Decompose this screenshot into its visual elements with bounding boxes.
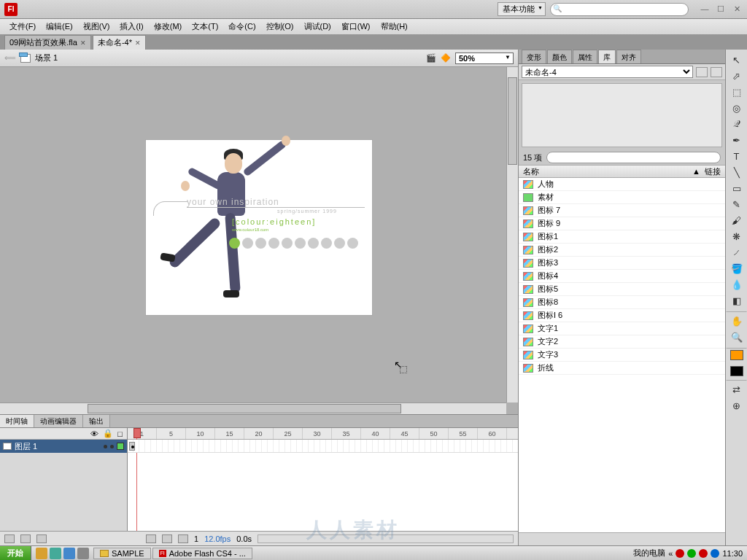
onion-skin-icon[interactable]: [146, 534, 156, 543]
pen-tool-icon[interactable]: ✒: [729, 133, 745, 147]
close-tab-icon[interactable]: ✕: [135, 39, 141, 47]
edit-symbol-icon[interactable]: 🔶: [441, 53, 451, 63]
stage[interactable]: your own inspiration spring/summer 1999 …: [0, 67, 518, 414]
line-tool-icon[interactable]: ╲: [729, 165, 745, 179]
search-input[interactable]: [550, 3, 689, 16]
doc-tab-active[interactable]: 未命名-4*✕: [93, 35, 146, 50]
list-item[interactable]: 图标4: [519, 270, 725, 283]
menu-insert[interactable]: 插入(I): [115, 20, 148, 34]
start-button[interactable]: 开始: [0, 546, 31, 560]
close-icon[interactable]: ✕: [731, 4, 743, 14]
menu-debug[interactable]: 调试(D): [299, 20, 336, 34]
sort-icon[interactable]: ▲: [692, 167, 700, 176]
frame-row[interactable]: [128, 440, 518, 453]
pencil-tool-icon[interactable]: ✎: [729, 197, 745, 211]
quicklaunch-icon[interactable]: [77, 548, 89, 559]
selection-tool-icon[interactable]: ↖: [729, 52, 745, 67]
menu-modify[interactable]: 修改(M): [149, 20, 187, 34]
menu-edit[interactable]: 编辑(E): [41, 20, 78, 34]
new-lib-icon[interactable]: [711, 67, 722, 77]
list-item[interactable]: 文字3: [519, 349, 725, 362]
eraser-tool-icon[interactable]: ◧: [729, 293, 745, 308]
lasso-tool-icon[interactable]: 𝒬: [729, 117, 745, 131]
new-folder-icon[interactable]: [20, 534, 31, 543]
menu-commands[interactable]: 命令(C): [223, 20, 260, 34]
paint-bucket-icon[interactable]: 🪣: [729, 261, 745, 276]
tray-icon[interactable]: [699, 549, 708, 558]
list-item[interactable]: 人物: [519, 178, 725, 191]
deco-tool-icon[interactable]: ❋: [729, 229, 745, 244]
menu-text[interactable]: 文本(T): [187, 20, 223, 34]
lock-icon[interactable]: 🔒: [103, 429, 113, 438]
list-item[interactable]: 图标1: [519, 230, 725, 244]
edit-multi-icon[interactable]: [178, 534, 188, 543]
library-doc-select[interactable]: 未命名-4: [522, 66, 693, 78]
brush-tool-icon[interactable]: 🖌: [729, 213, 745, 228]
task-button[interactable]: FlAdobe Flash CS4 - ...: [152, 548, 252, 559]
menu-help[interactable]: 帮助(H): [376, 20, 413, 34]
tab-properties[interactable]: 属性: [573, 50, 597, 63]
list-item[interactable]: 图标5: [519, 283, 725, 296]
tray-icon[interactable]: [711, 549, 719, 558]
quicklaunch-icon[interactable]: [63, 548, 75, 559]
subselect-tool-icon[interactable]: ⬀: [729, 69, 745, 83]
tab-timeline[interactable]: 时间轴: [0, 415, 34, 427]
quicklaunch-icon[interactable]: [36, 548, 47, 559]
tab-transform[interactable]: 变形: [522, 50, 546, 63]
snap-icon[interactable]: ⊕: [729, 398, 745, 413]
my-computer-label[interactable]: 我的电脑: [633, 548, 665, 559]
pin-icon[interactable]: [696, 67, 708, 77]
list-item[interactable]: 图标I 6: [519, 309, 725, 322]
eyedropper-icon[interactable]: 💧: [729, 277, 745, 292]
onion-outline-icon[interactable]: [162, 534, 172, 543]
text-tool-icon[interactable]: T: [729, 149, 745, 163]
eye-icon[interactable]: 👁: [90, 429, 98, 438]
tab-align[interactable]: 对齐: [616, 50, 641, 63]
list-item[interactable]: 图标 7: [519, 204, 725, 217]
keyframe-icon[interactable]: [129, 442, 135, 451]
doc-tab[interactable]: 09网站首页效果.fla✕: [4, 35, 91, 50]
list-item[interactable]: 文字2: [519, 335, 725, 349]
new-layer-icon[interactable]: [4, 534, 15, 543]
tab-motion-editor[interactable]: 动画编辑器: [34, 415, 83, 427]
menu-window[interactable]: 窗口(W): [336, 20, 376, 34]
frame-pane[interactable]: 151015202530354045505560: [128, 428, 518, 531]
workspace-dropdown[interactable]: 基本功能: [498, 2, 546, 16]
library-search-input[interactable]: [546, 152, 721, 163]
col-name[interactable]: 名称: [523, 166, 692, 177]
minimize-icon[interactable]: —: [699, 4, 711, 14]
list-item[interactable]: 图标 9: [519, 217, 725, 230]
tab-library[interactable]: 库: [598, 50, 616, 63]
list-item[interactable]: 素材: [519, 191, 725, 204]
rectangle-tool-icon[interactable]: ▭: [729, 181, 745, 195]
scrollbar-horizontal[interactable]: [0, 402, 506, 414]
bone-tool-icon[interactable]: ⟋: [729, 245, 745, 260]
tab-color[interactable]: 颜色: [547, 50, 572, 63]
close-tab-icon[interactable]: ✕: [80, 39, 86, 47]
list-item[interactable]: 文字1: [519, 322, 725, 335]
menu-file[interactable]: 文件(F): [4, 20, 41, 34]
zoom-dropdown[interactable]: 50%: [455, 52, 514, 64]
stroke-color-swatch[interactable]: [730, 350, 743, 360]
menu-control[interactable]: 控制(O): [261, 20, 299, 34]
maximize-icon[interactable]: ☐: [715, 4, 727, 14]
task-button[interactable]: SAMPLE: [93, 548, 151, 559]
list-item[interactable]: 图标3: [519, 257, 725, 270]
layer-row[interactable]: 图层 1: [0, 440, 127, 453]
list-item[interactable]: 图标8: [519, 296, 725, 309]
fill-color-swatch[interactable]: [730, 366, 743, 376]
timeline-scrollbar[interactable]: [258, 534, 514, 543]
3d-rotate-icon[interactable]: ◎: [729, 101, 745, 115]
list-item[interactable]: 折线: [519, 362, 725, 375]
edit-scene-icon[interactable]: 🎬: [426, 53, 436, 63]
list-item[interactable]: 图标2: [519, 244, 725, 257]
scrollbar-vertical[interactable]: [506, 67, 518, 402]
delete-layer-icon[interactable]: [36, 534, 47, 543]
frame-ruler[interactable]: 151015202530354045505560: [128, 428, 518, 440]
free-transform-icon[interactable]: ⬚: [729, 85, 745, 99]
zoom-tool-icon[interactable]: 🔍: [729, 330, 745, 344]
playhead-icon[interactable]: [133, 428, 141, 438]
swap-colors-icon[interactable]: ⇄: [729, 382, 745, 397]
col-link[interactable]: 链接: [705, 166, 721, 177]
back-icon[interactable]: ⟸: [4, 53, 16, 63]
